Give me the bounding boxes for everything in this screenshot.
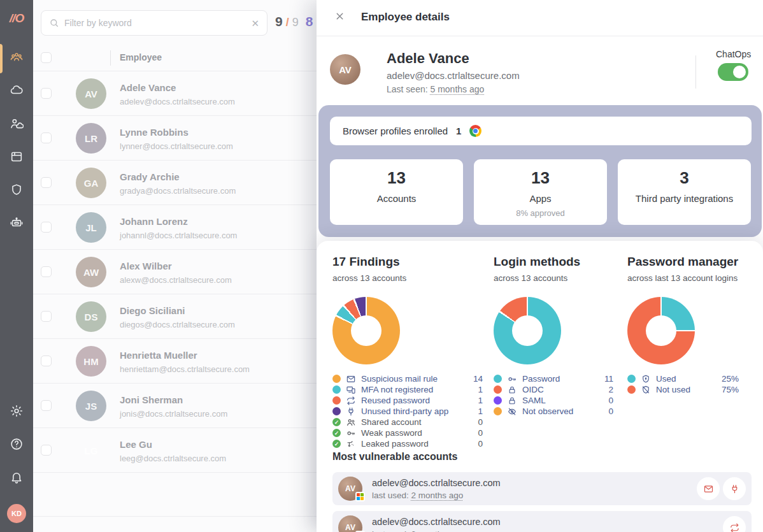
key-icon — [507, 374, 517, 384]
legend-item[interactable]: Password11 — [494, 373, 613, 384]
chart-title: 17 Findings — [332, 255, 483, 269]
sidebar-item-settings[interactable] — [0, 396, 33, 429]
clear-filter-icon[interactable]: ✕ — [251, 18, 259, 28]
select-all-checkbox[interactable] — [41, 52, 52, 63]
avatar-initials: AV — [345, 484, 355, 493]
shield-icon — [10, 183, 24, 199]
row-checkbox[interactable] — [41, 311, 52, 322]
users-icon — [346, 417, 356, 428]
legend-item[interactable]: Leaked password0 — [332, 438, 483, 449]
sidebar-item-help[interactable] — [0, 429, 33, 462]
employee-email: jonis@docs.ctrlaltsecure.com — [120, 409, 227, 419]
count-slash: / — [286, 16, 289, 29]
legend-item[interactable]: Not observed0 — [494, 406, 613, 417]
legend-item[interactable]: Used25% — [627, 373, 739, 384]
count-shown: 9 — [275, 14, 283, 29]
donut-chart — [627, 297, 695, 364]
user-avatar[interactable]: KD — [7, 504, 26, 523]
color-dot — [332, 375, 341, 383]
header-divider — [110, 50, 111, 66]
filter-input[interactable] — [64, 18, 246, 28]
row-checkbox[interactable] — [41, 177, 52, 188]
vulnerable-account-row[interactable]: AV adelev@docs.ctrlaltsecure.com last us… — [332, 472, 752, 505]
legend-item[interactable]: SAML0 — [494, 395, 613, 406]
color-dot — [627, 375, 636, 383]
stat-label: Apps — [474, 193, 607, 204]
stat-label: Accounts — [330, 193, 463, 204]
sidebar-item-notifications[interactable] — [0, 462, 33, 495]
employee-email: leeg@docs.ctrlaltsecure.com — [120, 454, 226, 463]
profile-divider — [695, 55, 696, 89]
chart-3: Password manager across last 13 account … — [627, 255, 739, 395]
legend-item[interactable]: Shared account0 — [332, 417, 483, 428]
check-icon — [332, 418, 341, 426]
donut-chart — [332, 297, 400, 364]
profile-avatar: AV — [330, 54, 360, 85]
mfa-icon — [346, 385, 356, 395]
legend-item[interactable]: Reused password1 — [332, 395, 483, 406]
employee-email: adelev@docs.ctrlaltsecure.com — [120, 97, 235, 106]
legend-item[interactable]: Suspicious mail rule14 — [332, 373, 483, 384]
search-icon — [49, 18, 59, 28]
sidebar-item-bot[interactable] — [0, 208, 33, 241]
row-checkbox[interactable] — [41, 356, 52, 366]
sidebar-item-shield[interactable] — [0, 175, 33, 208]
row-checkbox[interactable] — [41, 222, 52, 233]
results-counter: 9 / 9 8 — [275, 14, 313, 29]
chart-2: Login methods across 13 accounts Passwor… — [494, 255, 613, 417]
sidebar-item-cloud[interactable] — [0, 75, 33, 108]
last-seen-label: Last seen: — [387, 84, 428, 94]
row-checkbox[interactable] — [41, 88, 52, 99]
stat-sublabel — [618, 208, 751, 218]
legend-item[interactable]: MFA not registered1 — [332, 384, 483, 395]
summary-section: Browser profiles enrolled 1 13 Accounts … — [318, 105, 762, 237]
sidebar-item-users-group[interactable] — [0, 42, 33, 75]
browser-profiles-bar: Browser profiles enrolled 1 — [330, 117, 752, 145]
legend-label: Unused third-party app — [361, 406, 473, 416]
lock-icon — [507, 396, 517, 406]
legend-count: 1 — [478, 396, 483, 405]
sidebar-item-user-cloud[interactable] — [0, 108, 33, 141]
chatops-toggle[interactable] — [718, 63, 748, 81]
last-seen: Last seen: 5 months ago — [387, 84, 484, 94]
stat-sublabel: 8% approved — [474, 208, 607, 218]
close-icon[interactable] — [334, 11, 348, 25]
chart-subtitle: across 13 accounts — [332, 273, 483, 283]
last-seen-value[interactable]: 5 months ago — [431, 84, 485, 94]
avatar: LG — [76, 435, 106, 466]
color-dot — [332, 407, 341, 415]
stat-sublabel — [330, 208, 463, 218]
repeat-action-button[interactable] — [723, 516, 746, 532]
employee-email: lynner@docs.ctrlaltsecure.com — [120, 141, 233, 151]
avatar: AW — [76, 257, 106, 287]
account-avatar: AV — [338, 515, 362, 532]
legend-count: 1 — [478, 385, 483, 394]
sidebar-item-browser-window[interactable] — [0, 141, 33, 175]
legend-item[interactable]: Unused third-party app1 — [332, 406, 483, 417]
chart-legend: Password11OIDC2SAML0Not observed0 — [494, 373, 613, 417]
browser-profiles-count: 1 — [456, 126, 461, 136]
legend-item[interactable]: Weak password0 — [332, 428, 483, 438]
row-checkbox[interactable] — [41, 400, 52, 411]
settings-icon — [10, 404, 24, 421]
last-used-value[interactable]: 2 months ago — [411, 529, 464, 532]
row-checkbox[interactable] — [41, 266, 52, 277]
row-checkbox[interactable] — [41, 133, 52, 143]
avatar-initials: AV — [345, 523, 355, 532]
stat-label: Third party integrations — [618, 193, 751, 204]
row-checkbox[interactable] — [41, 445, 52, 456]
account-last-used: last used: 2 months ago — [372, 491, 463, 500]
chatops-label: ChatOps — [716, 49, 750, 59]
legend-item[interactable]: Not used75% — [627, 384, 739, 395]
mail-action-button[interactable] — [697, 477, 720, 500]
vulnerable-account-row[interactable]: AV adelev@docs.ctrlaltsecure.com last us… — [332, 511, 752, 532]
legend-label: SAML — [522, 396, 603, 405]
legend-count: 11 — [604, 374, 613, 384]
employee-name: Diego Siciliani — [120, 305, 185, 316]
legend-item[interactable]: OIDC2 — [494, 384, 613, 395]
legend-count: 0 — [478, 428, 483, 438]
plug-action-button[interactable] — [723, 477, 746, 500]
panel-title: Employee details — [361, 11, 450, 24]
last-used-value[interactable]: 2 months ago — [411, 491, 464, 500]
avatar: GA — [76, 168, 106, 198]
